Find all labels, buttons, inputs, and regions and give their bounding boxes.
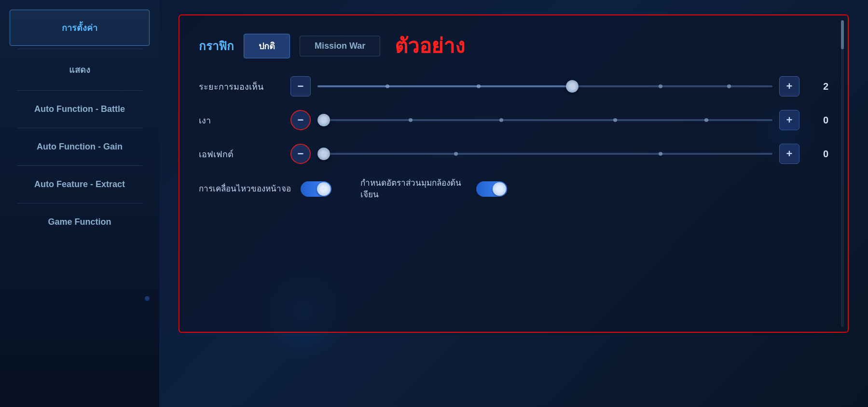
sidebar-item-label: Auto Function - Battle xyxy=(34,104,125,114)
camera-ratio-knob xyxy=(493,182,506,196)
effect-value: 0 xyxy=(811,149,828,160)
sidebar-divider-1 xyxy=(17,49,142,49)
example-label: ตัวอย่าง xyxy=(395,30,465,62)
sidebar-item-label: Auto Feature - Extract xyxy=(34,179,125,189)
settings-panel: กราฟิก ปกติ Mission War ตัวอย่าง ระยะการ… xyxy=(179,14,849,333)
dot-decoration xyxy=(145,296,150,301)
tick xyxy=(613,118,617,122)
camera-ratio-toggle-item: กำหนดอัตราส่วนมุมกล้องด้นเจียน xyxy=(360,177,507,201)
scrollbar-track[interactable] xyxy=(841,20,844,327)
visibility-plus-btn[interactable]: + xyxy=(779,76,799,96)
sidebar-divider-4 xyxy=(17,165,142,166)
sidebar-item-auto-battle[interactable]: Auto Function - Battle xyxy=(10,94,150,125)
sidebar: การตั้งค่า แสดง Auto Function - Battle A… xyxy=(0,0,159,407)
tab-mission-war[interactable]: Mission War xyxy=(300,36,380,56)
tick xyxy=(659,84,662,88)
sidebar-item-label: การตั้งค่า xyxy=(62,23,97,33)
tick xyxy=(409,118,413,122)
visibility-slider-thumb[interactable] xyxy=(566,80,579,93)
sidebar-item-label: แสดง xyxy=(69,65,90,75)
effect-plus-btn[interactable]: + xyxy=(779,144,799,164)
sidebar-divider-5 xyxy=(17,203,142,204)
screen-movement-knob xyxy=(317,182,331,196)
shadow-plus-btn[interactable]: + xyxy=(779,110,799,130)
graphic-label: กราฟิก xyxy=(199,37,234,55)
sidebar-item-game-function[interactable]: Game Function xyxy=(10,206,150,238)
tick xyxy=(454,152,458,156)
visibility-value: 2 xyxy=(811,81,828,92)
visibility-slider-group: − + 2 xyxy=(290,76,828,96)
shadow-slider-thumb[interactable] xyxy=(317,114,330,126)
sidebar-item-settings[interactable]: การตั้งค่า xyxy=(10,10,150,46)
shadow-slider-track[interactable] xyxy=(317,119,772,121)
camera-ratio-toggle[interactable] xyxy=(476,181,507,197)
effect-slider-track[interactable] xyxy=(317,153,772,155)
tick xyxy=(477,84,481,88)
tick xyxy=(727,84,731,88)
sidebar-item-auto-gain[interactable]: Auto Function - Gain xyxy=(10,131,150,163)
tab-normal[interactable]: ปกติ xyxy=(244,34,290,58)
sidebar-item-label: Game Function xyxy=(48,217,111,227)
visibility-minus-btn[interactable]: − xyxy=(290,76,311,96)
sidebar-divider-3 xyxy=(17,128,142,128)
shadow-value: 0 xyxy=(811,115,828,126)
sidebar-divider-2 xyxy=(17,90,142,91)
effect-minus-btn[interactable]: − xyxy=(290,144,311,164)
visibility-slider-track[interactable] xyxy=(317,85,772,87)
tick xyxy=(499,118,503,122)
effect-slider-group: − + 0 xyxy=(290,144,828,164)
tick xyxy=(704,118,708,122)
panel-header: กราฟิก ปกติ Mission War ตัวอย่าง xyxy=(199,30,828,62)
shadow-row: เงา − + 0 xyxy=(199,110,828,130)
effect-row: เอฟเฟกต์ − + 0 xyxy=(199,144,828,164)
main-content: กราฟิก ปกติ Mission War ตัวอย่าง ระยะการ… xyxy=(159,0,868,407)
sidebar-item-auto-extract[interactable]: Auto Feature - Extract xyxy=(10,169,150,200)
screen-movement-toggle[interactable] xyxy=(301,181,331,197)
scrollbar-thumb[interactable] xyxy=(841,20,844,49)
tick xyxy=(659,152,662,156)
visibility-label: ระยะการมองเห็น xyxy=(199,80,290,94)
camera-ratio-label: กำหนดอัตราส่วนมุมกล้องด้นเจียน xyxy=(360,177,467,201)
screen-movement-label: การเคลื่อนไหวของหน้าจอ xyxy=(199,183,291,195)
shadow-slider-group: − + 0 xyxy=(290,110,828,130)
shadow-minus-btn[interactable]: − xyxy=(290,110,311,130)
effect-slider-thumb[interactable] xyxy=(317,148,330,160)
toggle-row: การเคลื่อนไหวของหน้าจอ กำหนดอัตราส่วนมุม… xyxy=(199,177,828,201)
shadow-label: เงา xyxy=(199,113,290,127)
sidebar-item-label: Auto Function - Gain xyxy=(37,142,123,151)
screen-movement-toggle-item: การเคลื่อนไหวของหน้าจอ xyxy=(199,181,331,197)
visibility-row: ระยะการมองเห็น − + 2 xyxy=(199,76,828,96)
tick xyxy=(386,84,389,88)
effect-label: เอฟเฟกต์ xyxy=(199,147,290,161)
sidebar-item-display[interactable]: แสดง xyxy=(10,52,150,87)
